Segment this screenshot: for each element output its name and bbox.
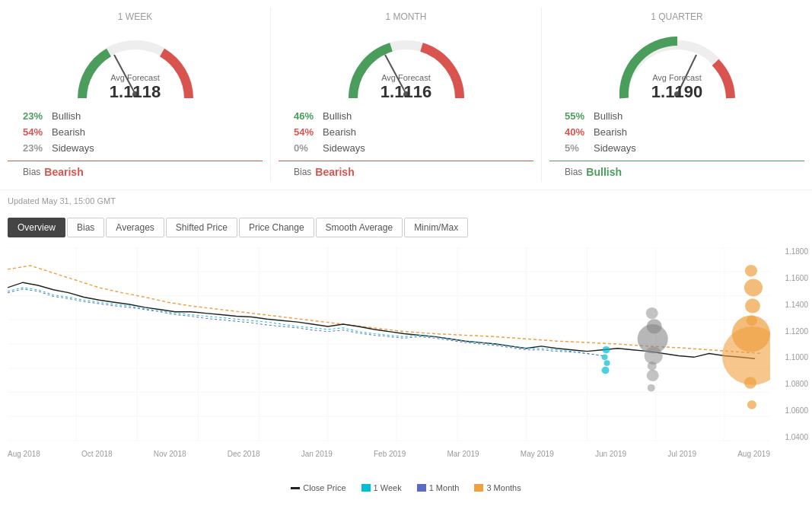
panel-week-sideways-pct: 23% (23, 142, 52, 154)
panel-month-bias: Bias Bearish (279, 161, 533, 178)
updated-text: Updated May 31, 15:00 GMT (0, 190, 812, 212)
panel-quarter-bias-value: Bullish (586, 166, 622, 178)
y-label-5: 1.1000 (785, 353, 808, 361)
panel-month-bias-label: Bias (294, 167, 311, 177)
y-label-7: 1.0600 (785, 406, 808, 415)
panel-week-avg-label: Avg Forecast (67, 73, 204, 82)
panel-week-title: 1 WEEK (118, 11, 152, 22)
panel-month-bullish-label: Bullish (323, 110, 352, 122)
panel-week: 1 WEEK Avg Forecast 1.1118 23% Bullish (0, 8, 271, 182)
y-axis: 1.1800 1.1600 1.1400 1.1200 1.1000 1.080… (785, 247, 808, 441)
chart-container: 1.1800 1.1600 1.1400 1.1200 1.1000 1.080… (0, 244, 812, 479)
tab-shifted-price[interactable]: Shifted Price (166, 218, 237, 237)
legend-1month-label: 1 Month (429, 483, 460, 492)
x-axis: Aug 2018 Oct 2018 Nov 2018 Dec 2018 Jan … (8, 450, 770, 458)
legend-3months-label: 3 Months (486, 483, 521, 492)
panel-week-bullish-row: 23% Bullish (8, 110, 263, 122)
panel-week-bias-label: Bias (23, 167, 40, 177)
gauge-week: Avg Forecast 1.1118 (67, 26, 204, 102)
svg-point-37 (745, 265, 757, 276)
panel-quarter-avg-value: 1.1190 (609, 82, 746, 102)
panel-quarter-sideways-label: Sideways (594, 142, 636, 154)
x-label-aug2018: Aug 2018 (8, 450, 40, 458)
panel-quarter-bullish-pct: 55% (565, 110, 594, 122)
legend-1week-icon (361, 484, 371, 492)
y-label-1: 1.1800 (785, 247, 808, 256)
y-label-8: 1.0400 (785, 433, 808, 441)
top-section: 1 WEEK Avg Forecast 1.1118 23% Bullish (0, 0, 812, 190)
panel-month: 1 MONTH Avg Forecast 1.1116 46% Bullish … (271, 8, 542, 182)
panel-quarter-avg-label: Avg Forecast (609, 73, 746, 82)
svg-point-43 (744, 377, 756, 388)
tab-overview[interactable]: Overview (8, 218, 65, 237)
panel-week-bearish-row: 54% Bearish (8, 126, 263, 138)
x-label-feb2019: Feb 2019 (374, 450, 406, 458)
x-label-mar2019: Mar 2019 (447, 450, 479, 458)
legend-1week-label: 1 Week (374, 483, 402, 492)
x-label-dec2018: Dec 2018 (228, 450, 260, 458)
svg-point-27 (602, 354, 608, 360)
svg-point-38 (744, 279, 763, 296)
x-label-may2019: May 2019 (521, 450, 554, 458)
x-label-jan2019: Jan 2019 (301, 450, 333, 458)
panel-week-sideways-label: Sideways (52, 142, 94, 154)
y-label-3: 1.1400 (785, 301, 808, 309)
svg-point-30 (646, 307, 658, 319)
tab-bias[interactable]: Bias (67, 218, 104, 237)
panel-month-avg-label: Avg Forecast (338, 73, 475, 82)
legend-1week: 1 Week (361, 483, 402, 492)
panel-quarter-bullish-label: Bullish (594, 110, 623, 122)
x-label-oct2018: Oct 2018 (81, 450, 113, 458)
svg-point-35 (647, 370, 659, 381)
panel-week-bullish-pct: 23% (23, 110, 52, 122)
panel-quarter-bullish-row: 55% Bullish (549, 110, 804, 122)
panel-month-bearish-row: 54% Bearish (279, 126, 533, 138)
tab-minim-max[interactable]: Minim/Max (404, 218, 468, 237)
legend-3months-icon (474, 484, 483, 492)
svg-point-44 (747, 400, 756, 409)
chart-legend: Close Price 1 Week 1 Month 3 Months (0, 479, 812, 496)
tab-smooth-average[interactable]: Smooth Average (316, 218, 403, 237)
svg-point-34 (648, 361, 657, 371)
panel-quarter-bearish-row: 40% Bearish (549, 126, 804, 138)
panel-month-sideways-row: 0% Sideways (279, 142, 533, 154)
legend-1month: 1 Month (417, 483, 460, 492)
panel-month-bullish-pct: 46% (294, 110, 323, 122)
panel-quarter-bias-label: Bias (565, 167, 582, 177)
panel-week-bias-value: Bearish (44, 166, 83, 178)
panel-quarter-bearish-label: Bearish (594, 126, 627, 138)
svg-point-39 (745, 298, 760, 313)
tab-price-change[interactable]: Price Change (239, 218, 314, 237)
legend-close-price: Close Price (291, 483, 345, 492)
tabs-row: Overview Bias Averages Shifted Price Pri… (0, 212, 812, 244)
svg-point-26 (603, 346, 610, 354)
panel-quarter-sideways-row: 5% Sideways (549, 142, 804, 154)
svg-point-42 (722, 326, 770, 385)
x-label-aug2019: Aug 2019 (737, 450, 770, 458)
x-label-jul2019: Jul 2019 (667, 450, 696, 458)
panel-week-bias: Bias Bearish (8, 161, 263, 178)
panel-month-bullish-row: 46% Bullish (279, 110, 533, 122)
panel-quarter-bearish-pct: 40% (565, 126, 594, 138)
y-label-2: 1.1600 (785, 274, 808, 282)
panel-month-sideways-label: Sideways (323, 142, 365, 154)
svg-point-29 (602, 367, 610, 374)
legend-close-price-label: Close Price (303, 483, 345, 492)
legend-close-price-icon (291, 487, 300, 489)
tab-averages[interactable]: Averages (106, 218, 164, 237)
panel-quarter: 1 QUARTER Avg Forecast 1.1190 55% Bullis… (542, 8, 812, 182)
y-label-6: 1.0800 (785, 380, 808, 388)
panel-quarter-sideways-pct: 5% (565, 142, 594, 154)
svg-point-36 (648, 384, 655, 392)
panel-week-bearish-label: Bearish (52, 126, 85, 138)
panel-month-bias-value: Bearish (315, 166, 354, 178)
panel-month-avg-value: 1.1116 (338, 82, 475, 102)
svg-point-28 (604, 360, 610, 366)
panel-week-bearish-pct: 54% (23, 126, 52, 138)
legend-3months: 3 Months (474, 483, 521, 492)
panel-week-avg-value: 1.1118 (67, 82, 204, 102)
legend-1month-icon (417, 484, 426, 492)
x-label-jun2019: Jun 2019 (595, 450, 626, 458)
gauge-month: Avg Forecast 1.1116 (338, 26, 475, 102)
panel-week-sideways-row: 23% Sideways (8, 142, 263, 154)
